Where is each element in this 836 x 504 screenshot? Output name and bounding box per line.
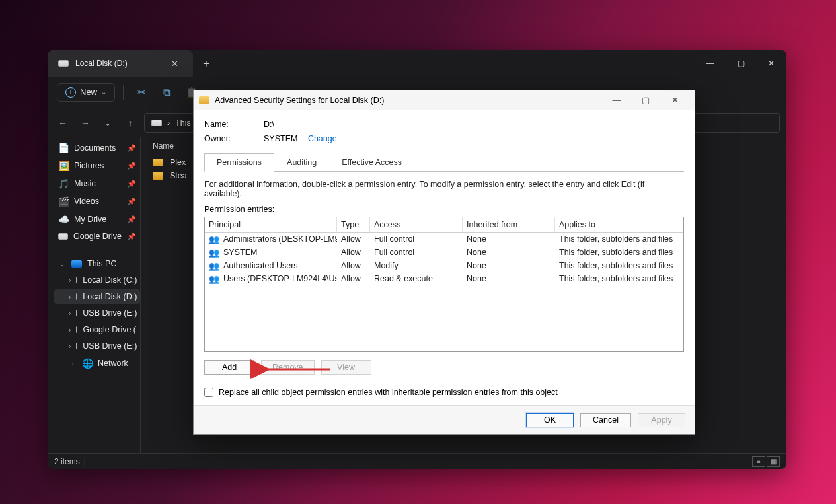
chevron-down-icon[interactable]: ⌄ <box>58 260 66 268</box>
forward-button[interactable]: → <box>77 118 94 128</box>
applies-cell: This folder, subfolders and files <box>555 233 683 246</box>
back-button[interactable]: ← <box>54 118 71 128</box>
table-row[interactable]: 👥Users (DESKTOP-LM924L4\Users)AllowRead … <box>205 272 683 285</box>
apply-button: Apply <box>638 413 685 427</box>
sidebar-item-label: Network <box>98 359 128 368</box>
close-button[interactable]: ✕ <box>756 50 786 77</box>
applies-cell: This folder, subfolders and files <box>555 259 683 272</box>
type-cell: Allow <box>337 246 370 259</box>
principal-cell: Authenticated Users <box>223 261 298 270</box>
file-name: Plex <box>170 158 186 167</box>
col-inherited[interactable]: Inherited from <box>463 217 555 232</box>
replace-checkbox[interactable] <box>204 388 213 397</box>
close-button[interactable]: ✕ <box>660 95 689 105</box>
change-owner-link[interactable]: Change <box>308 134 337 143</box>
info-text: For additional information, double-click… <box>204 180 684 198</box>
status-text: 2 items <box>54 457 80 466</box>
sidebar-item-local-disk-d[interactable]: ›Local Disk (D:) <box>54 289 140 304</box>
inherited-cell: None <box>463 259 555 272</box>
sidebar-item-local-disk-c[interactable]: ›Local Disk (C:) <box>54 273 140 287</box>
details-view-button[interactable]: ≡ <box>752 456 765 467</box>
sidebar-item-label: Music <box>74 179 96 188</box>
grid-header: Principal Type Access Inherited from App… <box>205 217 683 233</box>
drive-icon <box>151 120 162 126</box>
inherited-cell: None <box>463 246 555 259</box>
view-buttons: ≡ ▦ <box>752 456 780 467</box>
cancel-button[interactable]: Cancel <box>580 413 631 427</box>
tab-close-button[interactable]: ✕ <box>167 57 182 70</box>
sidebar-item-videos[interactable]: 🎬Videos📌 <box>54 194 140 209</box>
replace-checkbox-row[interactable]: Replace all child object permission entr… <box>204 388 684 397</box>
tab-effective-access[interactable]: Effective Access <box>329 153 414 172</box>
sidebar-item-network[interactable]: ›🌐Network <box>54 355 140 371</box>
copy-icon[interactable]: ⧉ <box>157 87 176 98</box>
group-icon: 👥 <box>209 274 219 284</box>
folder-icon <box>153 172 163 180</box>
name-value: D:\ <box>264 120 274 129</box>
cut-icon[interactable]: ✂ <box>132 87 151 98</box>
maximize-button[interactable]: ▢ <box>631 95 660 105</box>
sidebar-item-label: My Drive <box>74 215 106 224</box>
group-icon: 👥 <box>209 234 219 244</box>
tab-auditing[interactable]: Auditing <box>274 153 329 172</box>
folder-icon <box>153 159 163 166</box>
table-row[interactable]: 👥SYSTEMAllowFull controlNoneThis folder,… <box>205 246 683 259</box>
sidebar-item-label: Local Disk (D:) <box>83 292 137 301</box>
table-row[interactable]: 👥Authenticated UsersAllowModifyNoneThis … <box>205 259 683 272</box>
access-cell: Read & execute <box>370 272 463 285</box>
cloud-icon: ☁️ <box>58 214 69 225</box>
new-button[interactable]: + New ⌄ <box>57 83 115 102</box>
pin-icon: 📌 <box>127 180 136 188</box>
col-applies[interactable]: Applies to <box>555 217 683 232</box>
maximize-button[interactable]: ▢ <box>726 50 756 77</box>
table-row[interactable]: 👥Administrators (DESKTOP-LM92...AllowFul… <box>205 233 683 246</box>
type-cell: Allow <box>337 272 370 285</box>
chevron-down-icon: ⌄ <box>101 89 106 96</box>
sidebar-item-mydrive[interactable]: ☁️My Drive📌 <box>54 211 140 227</box>
file-name: Stea <box>170 171 187 180</box>
new-tab-button[interactable]: ＋ <box>193 50 219 77</box>
network-icon: 🌐 <box>82 358 93 369</box>
sidebar-item-usb-drive-e2[interactable]: ›USB Drive (E:) <box>54 339 140 353</box>
recent-dropdown[interactable]: ⌄ <box>99 120 116 127</box>
tab-permissions[interactable]: Permissions <box>204 153 274 172</box>
chevron-right-icon[interactable]: › <box>69 277 71 284</box>
videos-icon: 🎬 <box>58 196 69 207</box>
chevron-right-icon[interactable]: › <box>69 310 71 317</box>
sidebar-item-label: Pictures <box>74 161 104 170</box>
add-button[interactable]: Add <box>204 360 254 375</box>
minimize-button[interactable]: — <box>695 50 726 77</box>
owner-label: Owner: <box>204 134 244 143</box>
applies-cell: This folder, subfolders and files <box>555 272 683 285</box>
sidebar-item-this-pc[interactable]: ⌄This PC <box>54 256 140 271</box>
remove-button: Remove <box>261 360 315 375</box>
col-principal[interactable]: Principal <box>205 217 337 232</box>
chevron-right-icon[interactable]: › <box>69 360 77 367</box>
chevron-right-icon[interactable]: › <box>69 293 71 301</box>
chevron-right-icon[interactable]: › <box>69 343 71 350</box>
sidebar-item-music[interactable]: 🎵Music📌 <box>54 176 140 192</box>
thumbs-view-button[interactable]: ▦ <box>767 456 780 467</box>
sidebar-item-pictures[interactable]: 🖼️Pictures📌 <box>54 158 140 174</box>
sidebar-item-google-drive[interactable]: ›Google Drive ( <box>54 322 140 337</box>
drive-icon <box>76 293 77 300</box>
sidebar: 📄Documents📌 🖼️Pictures📌 🎵Music📌 🎬Videos📌… <box>48 137 140 453</box>
type-cell: Allow <box>337 233 370 246</box>
up-button[interactable]: ↑ <box>122 118 139 128</box>
sidebar-item-usb-drive-e[interactable]: ›USB Drive (E:) <box>54 306 140 320</box>
column-name[interactable]: Name <box>153 141 174 151</box>
plus-circle-icon: + <box>65 87 76 98</box>
name-label: Name: <box>204 120 244 129</box>
drive-icon <box>76 343 77 349</box>
drive-icon <box>76 326 77 333</box>
window-tab[interactable]: Local Disk (D:) ✕ <box>48 50 193 77</box>
pin-icon: 📌 <box>127 215 136 224</box>
ok-button[interactable]: OK <box>526 413 574 427</box>
sidebar-item-documents[interactable]: 📄Documents📌 <box>54 140 140 156</box>
sidebar-item-label: Videos <box>74 197 99 206</box>
sidebar-item-googledrive[interactable]: Google Drive📌 <box>54 229 140 244</box>
minimize-button[interactable]: — <box>602 95 631 105</box>
col-type[interactable]: Type <box>337 217 370 232</box>
col-access[interactable]: Access <box>370 217 463 232</box>
chevron-right-icon[interactable]: › <box>69 326 71 334</box>
